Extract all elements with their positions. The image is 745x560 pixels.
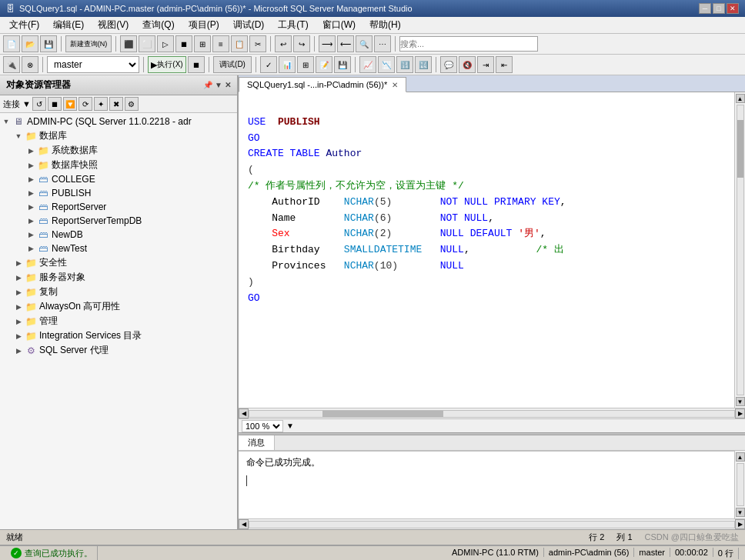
outdent-btn[interactable]: ⇤ xyxy=(496,56,513,73)
security-expander[interactable]: ▶ xyxy=(12,257,25,269)
msg-scroll-right[interactable]: ▶ xyxy=(735,519,745,529)
showplan-btn[interactable]: 📈 xyxy=(359,56,376,73)
btn3[interactable]: ⬛ xyxy=(120,35,137,52)
explorer-prop-btn[interactable]: ⚙ xyxy=(125,97,139,111)
tree-reportserver[interactable]: ▶ 🗃 ReportServer xyxy=(0,200,237,214)
maximize-button[interactable]: □ xyxy=(713,3,725,14)
database-dropdown[interactable]: master xyxy=(47,56,139,73)
explorer-tree[interactable]: ▼ 🖥 ADMIN-PC (SQL Server 11.0.2218 - adr… xyxy=(0,113,237,543)
execute-btn[interactable]: ▶ 执行(X) xyxy=(148,56,186,73)
zoom-arrow[interactable]: ▼ xyxy=(286,422,294,430)
editor-horizontal-scrollbar[interactable]: ◀ ▶ xyxy=(239,408,745,418)
messages-horizontal-scrollbar[interactable]: ◀ ▶ xyxy=(239,518,745,529)
tree-management[interactable]: ▶ 📁 管理 xyxy=(0,314,237,328)
save-btn[interactable]: 💾 xyxy=(40,35,57,52)
indent-btn[interactable]: ⇥ xyxy=(477,56,494,73)
serverobj-expander[interactable]: ▶ xyxy=(12,272,25,284)
tree-security[interactable]: ▶ 📁 安全性 xyxy=(0,255,237,270)
results-btn[interactable]: 📊 xyxy=(279,56,296,73)
btn10[interactable]: ✂ xyxy=(249,35,266,52)
tree-server-objects[interactable]: ▶ 📁 服务器对象 xyxy=(0,270,237,285)
btn5[interactable]: ▷ xyxy=(157,35,174,52)
msg-scroll-down[interactable]: ▼ xyxy=(736,508,745,517)
server-expander[interactable]: ▼ xyxy=(0,115,12,128)
undo-btn[interactable]: ↩ xyxy=(275,35,292,52)
connect-btn[interactable]: 🔌 xyxy=(3,56,20,73)
newtest-expander[interactable]: ▶ xyxy=(25,242,37,255)
scroll-down-btn[interactable]: ▼ xyxy=(736,397,745,406)
editor-vertical-scrollbar[interactable]: ▲ ▼ xyxy=(734,92,745,408)
grid-btn[interactable]: ⊞ xyxy=(297,56,314,73)
new-btn[interactable]: 📄 xyxy=(3,35,20,52)
btn4[interactable]: ⬜ xyxy=(139,35,155,52)
uncomment-btn[interactable]: 🔇 xyxy=(459,56,476,73)
explorer-pin-icon[interactable]: 📌 xyxy=(203,81,212,89)
explorer-del-btn[interactable]: ✖ xyxy=(109,97,123,111)
tree-ssis[interactable]: ▶ 📁 Integration Services 目录 xyxy=(0,328,237,343)
btn7[interactable]: ⊞ xyxy=(194,35,211,52)
zoom-select[interactable]: 100 % xyxy=(242,420,283,432)
close-button[interactable]: ✕ xyxy=(727,3,739,14)
redo-btn[interactable]: ↪ xyxy=(293,35,310,52)
btn11[interactable]: ⟶ xyxy=(319,35,336,52)
tree-alwayson[interactable]: ▶ 📁 AlwaysOn 高可用性 xyxy=(0,299,237,314)
tree-databases[interactable]: ▼ 📁 数据库 xyxy=(0,128,237,143)
msg-scroll-track[interactable] xyxy=(737,463,744,506)
tab-close-btn[interactable]: ✕ xyxy=(392,81,398,89)
tree-server[interactable]: ▼ 🖥 ADMIN-PC (SQL Server 11.0.2218 - adr xyxy=(0,115,237,128)
scroll-up-btn[interactable]: ▲ xyxy=(736,94,745,103)
rs-expander[interactable]: ▶ xyxy=(25,201,37,213)
snapshots-expander[interactable]: ▶ xyxy=(25,159,37,172)
btn13[interactable]: 🔍 xyxy=(356,35,372,52)
menu-tools[interactable]: 工具(T) xyxy=(272,17,314,33)
tree-replication[interactable]: ▶ 📁 复制 xyxy=(0,285,237,299)
minimize-button[interactable]: ─ xyxy=(699,3,711,14)
stats-btn[interactable]: 📉 xyxy=(378,56,395,73)
explorer-refresh-btn[interactable]: ↺ xyxy=(32,97,46,111)
tree-system-dbs[interactable]: ▶ 📁 系统数据库 xyxy=(0,143,237,158)
menu-debug[interactable]: 调试(D) xyxy=(227,17,271,33)
scroll-right-btn[interactable]: ▶ xyxy=(735,408,745,418)
databases-expander[interactable]: ▼ xyxy=(12,130,25,142)
alwayson-expander[interactable]: ▶ xyxy=(12,301,25,313)
btn8[interactable]: ≡ xyxy=(212,35,229,52)
include-plan-btn[interactable]: 🔣 xyxy=(415,56,432,73)
msg-scroll-up[interactable]: ▲ xyxy=(736,452,745,462)
msg-scroll-left[interactable]: ◀ xyxy=(239,519,249,529)
explorer-sync-btn[interactable]: ⟳ xyxy=(79,97,92,111)
management-expander[interactable]: ▶ xyxy=(12,315,25,328)
rstempdb-expander[interactable]: ▶ xyxy=(25,215,37,227)
menu-window[interactable]: 窗口(W) xyxy=(316,17,362,33)
menu-edit[interactable]: 编辑(E) xyxy=(47,17,90,33)
menu-view[interactable]: 视图(V) xyxy=(92,17,135,33)
btn6[interactable]: ⏹ xyxy=(175,35,192,52)
new-query-btn[interactable]: 新建查询(N) xyxy=(65,35,112,52)
sqlagent-expander[interactable]: ▶ xyxy=(12,345,25,357)
newdb-expander[interactable]: ▶ xyxy=(25,228,37,241)
file-btn[interactable]: 💾 xyxy=(334,56,351,73)
explorer-filter-btn[interactable]: 🔽 xyxy=(63,97,77,111)
tree-snapshots[interactable]: ▶ 📁 数据库快照 xyxy=(0,158,237,172)
query-tab[interactable]: SQLQuery1.sql -...in-PC\admin (56))* ✕ xyxy=(239,77,406,92)
menu-help[interactable]: 帮助(H) xyxy=(363,17,407,33)
debug-btn[interactable]: 调试(D) xyxy=(213,56,252,73)
scroll-track[interactable] xyxy=(737,105,744,395)
msg-h-track[interactable] xyxy=(249,521,735,528)
parse-btn[interactable]: ✓ xyxy=(260,56,277,73)
menu-file[interactable]: 文件(F) xyxy=(3,17,45,33)
tree-newtest[interactable]: ▶ 🗃 NewTest xyxy=(0,242,237,255)
menu-project[interactable]: 项目(P) xyxy=(182,17,226,33)
open-btn[interactable]: 📂 xyxy=(22,35,38,52)
code-editor[interactable]: USE PUBLISH GO CREATE TABLE Author ( /* … xyxy=(239,92,734,408)
text-btn[interactable]: 📝 xyxy=(316,56,332,73)
client-stats-btn[interactable]: 🔢 xyxy=(396,56,413,73)
replication-expander[interactable]: ▶ xyxy=(12,286,25,298)
college-expander[interactable]: ▶ xyxy=(25,173,37,185)
explorer-new-btn[interactable]: ✦ xyxy=(94,97,108,111)
messages-vertical-scrollbar[interactable]: ▲ ▼ xyxy=(734,451,745,518)
explorer-stop-btn[interactable]: ⏹ xyxy=(48,97,62,111)
ssis-expander[interactable]: ▶ xyxy=(12,330,25,342)
disconnect-btn[interactable]: ⊗ xyxy=(22,56,38,73)
explorer-menu-icon[interactable]: ▼ xyxy=(215,81,222,89)
explorer-close-icon[interactable]: ✕ xyxy=(225,81,231,89)
